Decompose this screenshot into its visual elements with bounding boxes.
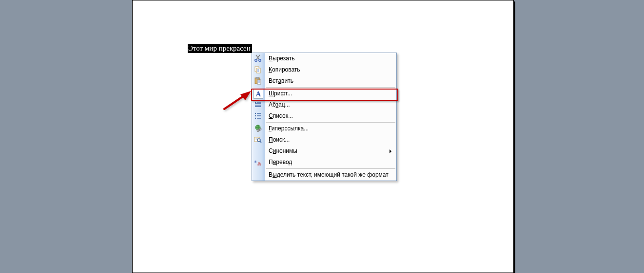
- svg-text:あ: あ: [257, 162, 261, 166]
- svg-point-20: [255, 113, 256, 114]
- menu-item-label: Перевод: [269, 159, 292, 165]
- svg-point-0: [255, 59, 257, 61]
- svg-line-3: [256, 55, 259, 59]
- menu-item-list[interactable]: Список...: [252, 110, 396, 122]
- annotation-arrow-icon: [222, 91, 251, 110]
- menu-item-paste[interactable]: Вставить: [252, 75, 396, 87]
- selected-text[interactable]: Этот мир прекрасен: [188, 44, 252, 53]
- menu-item-label: Поиск...: [269, 136, 290, 143]
- menu-item-cut[interactable]: Вырезать: [252, 53, 396, 64]
- menu-item-label: Вырезать: [269, 55, 294, 62]
- search-icon: [254, 135, 262, 144]
- svg-point-21: [255, 115, 256, 116]
- svg-point-1: [259, 59, 261, 61]
- svg-line-2: [256, 55, 260, 59]
- svg-text:a: a: [254, 159, 256, 164]
- menu-item-label: Список...: [269, 112, 293, 119]
- list-icon: [254, 111, 262, 120]
- menu-item-label: Вставить: [269, 77, 293, 84]
- svg-point-22: [255, 118, 256, 119]
- menu-item-paragraph[interactable]: Абзац...: [252, 99, 396, 110]
- menu-items: Вырезать Копировать: [252, 53, 396, 181]
- cut-icon: [254, 54, 262, 63]
- menu-item-translate[interactable]: a あ Перевод: [252, 157, 396, 168]
- menu-separator: [266, 122, 395, 123]
- menu-separator: [266, 168, 395, 169]
- menu-item-label: Гиперссылка...: [269, 125, 309, 132]
- hyperlink-icon: [254, 124, 262, 133]
- paste-icon: [254, 76, 262, 85]
- svg-line-38: [224, 95, 245, 109]
- context-menu: Вырезать Копировать: [252, 53, 397, 181]
- menu-item-select-similar-formatting[interactable]: Выделить текст, имеющий такой же формат: [252, 169, 396, 181]
- svg-rect-10: [256, 77, 259, 79]
- menu-item-synonyms[interactable]: Синонимы: [252, 146, 396, 157]
- menu-item-search[interactable]: Поиск...: [252, 134, 396, 146]
- paragraph-icon: [254, 100, 262, 109]
- menu-item-label: Синонимы: [269, 147, 297, 154]
- font-icon: A: [254, 89, 263, 99]
- svg-line-35: [260, 141, 261, 143]
- menu-item-copy[interactable]: Копировать: [252, 64, 396, 75]
- menu-item-font[interactable]: A Шрифт...: [252, 88, 396, 99]
- menu-separator: [266, 87, 395, 88]
- svg-marker-39: [240, 91, 251, 100]
- submenu-arrow-icon: [390, 149, 391, 153]
- menu-item-hyperlink[interactable]: Гиперссылка...: [252, 123, 396, 134]
- translate-icon: a あ: [254, 158, 262, 166]
- menu-item-label: Выделить текст, имеющий такой же формат: [269, 171, 389, 178]
- menu-item-label: Абзац...: [269, 101, 290, 108]
- copy-icon: [254, 65, 262, 74]
- menu-item-label: Копировать: [269, 66, 300, 73]
- menu-item-label: Шрифт...: [269, 90, 292, 97]
- document-page[interactable]: Этот мир прекрасен Вырезать: [132, 0, 514, 273]
